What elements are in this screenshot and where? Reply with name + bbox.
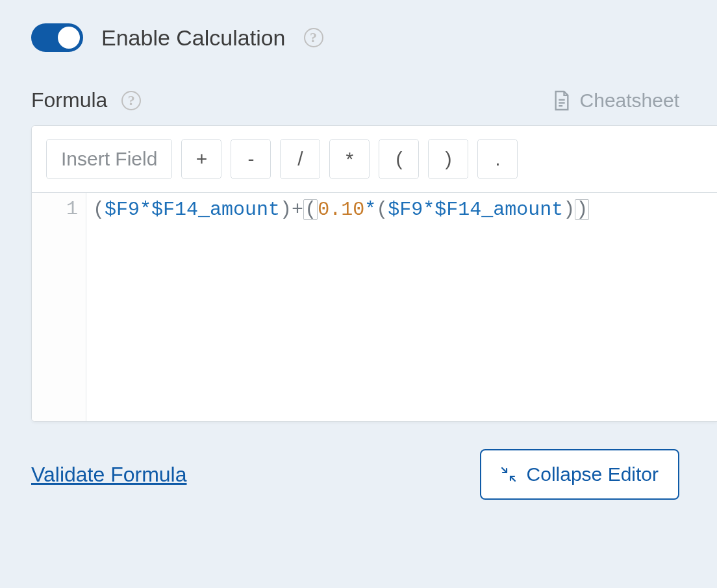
divide-button[interactable]: / bbox=[280, 139, 320, 179]
plus-button[interactable]: + bbox=[181, 139, 221, 179]
rparen-button[interactable]: ) bbox=[428, 139, 468, 179]
help-icon[interactable]: ? bbox=[304, 28, 323, 47]
collapse-editor-label: Collapse Editor bbox=[527, 463, 659, 485]
validate-formula-link[interactable]: Validate Formula bbox=[31, 463, 187, 487]
formula-label-wrap: Formula ? bbox=[31, 88, 141, 112]
tok: ( bbox=[376, 199, 388, 221]
tok: 0.10 bbox=[318, 199, 364, 221]
code-line[interactable]: ($F9*$F14_amount)+(0.10*($F9*$F14_amount… bbox=[86, 193, 596, 421]
formula-label: Formula bbox=[31, 88, 107, 112]
insert-field-button[interactable]: Insert Field bbox=[46, 139, 172, 179]
tok: * bbox=[423, 199, 434, 221]
tok: $F9 bbox=[388, 199, 423, 221]
editor-actions: Validate Formula Collapse Editor bbox=[31, 449, 686, 500]
collapse-icon bbox=[501, 467, 516, 482]
file-icon bbox=[553, 90, 571, 112]
help-icon[interactable]: ? bbox=[121, 91, 141, 110]
formula-editor: Insert Field + - / * ( ) . 1 ($F9*$F14_a… bbox=[31, 125, 717, 422]
enable-calculation-label: Enable Calculation bbox=[101, 25, 286, 51]
lparen-button[interactable]: ( bbox=[379, 139, 419, 179]
tok: $F14_amount bbox=[434, 199, 563, 221]
minus-button[interactable]: - bbox=[231, 139, 271, 179]
formula-header: Formula ? Cheatsheet bbox=[31, 88, 686, 112]
tok: $F9 bbox=[105, 199, 140, 221]
toggle-knob bbox=[58, 27, 80, 49]
tok: ) bbox=[280, 199, 292, 221]
tok: $F14_amount bbox=[151, 199, 280, 221]
collapse-editor-button[interactable]: Collapse Editor bbox=[480, 449, 679, 500]
line-gutter: 1 bbox=[32, 193, 86, 421]
cheatsheet-label: Cheatsheet bbox=[580, 90, 679, 112]
matched-bracket: ) bbox=[575, 199, 589, 220]
tok: ( bbox=[93, 199, 105, 221]
calculation-panel: Enable Calculation ? Formula ? Cheatshee… bbox=[0, 0, 717, 500]
tok: ) bbox=[563, 199, 575, 221]
tok: + bbox=[292, 199, 303, 221]
matched-bracket: ( bbox=[303, 199, 318, 220]
tok: * bbox=[140, 199, 151, 221]
code-area[interactable]: 1 ($F9*$F14_amount)+(0.10*($F9*$F14_amou… bbox=[32, 193, 717, 421]
tok: * bbox=[364, 199, 376, 221]
multiply-button[interactable]: * bbox=[329, 139, 370, 179]
editor-toolbar: Insert Field + - / * ( ) . bbox=[32, 126, 717, 193]
cheatsheet-link[interactable]: Cheatsheet bbox=[553, 90, 679, 112]
enable-calculation-row: Enable Calculation ? bbox=[31, 23, 686, 52]
line-number: 1 bbox=[32, 198, 78, 220]
enable-calculation-toggle[interactable] bbox=[31, 23, 83, 52]
dot-button[interactable]: . bbox=[477, 139, 518, 179]
